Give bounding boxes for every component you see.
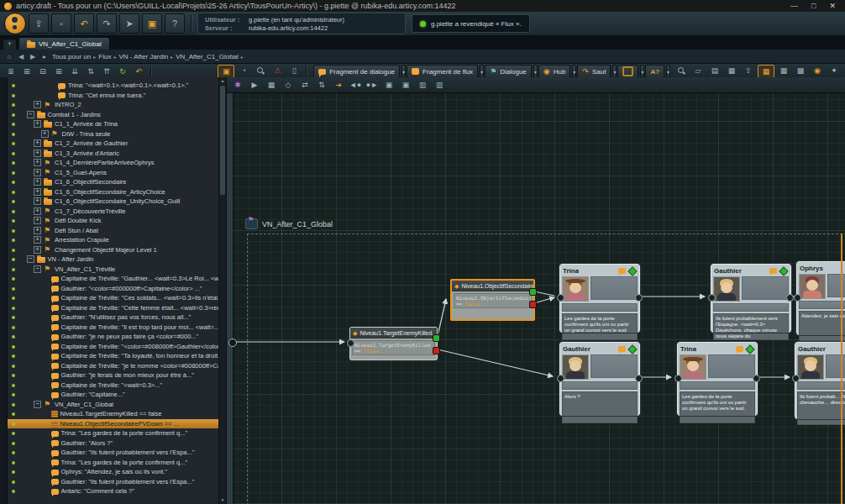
- tab-vn-after-c1-global[interactable]: VN_After_C1_Global: [18, 37, 110, 50]
- tree-item[interactable]: Capitaine de Tréville: "Cette femme étai…: [8, 303, 219, 313]
- sort-up-icon[interactable]: ⇈: [99, 66, 114, 77]
- dropdown-arrow-icon[interactable]: ▾: [480, 65, 484, 78]
- pin-in-icon[interactable]: ◄●: [348, 79, 363, 91]
- sort-down-icon[interactable]: ⇊: [67, 66, 82, 77]
- pointer-button[interactable]: ➤: [119, 13, 139, 34]
- tree-item[interactable]: Gauthier: "Ils fuient probablement vers …: [8, 477, 219, 487]
- expander-icon[interactable]: +: [41, 130, 49, 138]
- create-hub-button[interactable]: Hub: [538, 65, 571, 78]
- expander-icon[interactable]: −: [27, 111, 34, 118]
- magic-icon[interactable]: ✱: [230, 79, 245, 91]
- true-output-pin[interactable]: [529, 288, 537, 296]
- expander-icon[interactable]: +: [34, 159, 41, 166]
- false-output-pin[interactable]: [529, 301, 537, 308]
- history-icon[interactable]: ◔: [236, 65, 251, 76]
- expander-icon[interactable]: −: [34, 401, 41, 408]
- articy-logo-button[interactable]: [4, 13, 26, 34]
- tree-item[interactable]: Trina: "Les gardes de la porte confirmen…: [8, 428, 219, 438]
- tree-item[interactable]: + C1_2_Arrivée de Gauthier: [8, 139, 219, 149]
- help-button[interactable]: ?: [165, 13, 185, 34]
- expander-icon[interactable]: +: [34, 217, 41, 224]
- tree-item[interactable]: Capitaine de Tréville: "Ta loyauté, ton …: [8, 351, 219, 361]
- input-pin[interactable]: [557, 375, 564, 382]
- expander-icon[interactable]: +: [34, 207, 41, 215]
- input-pin[interactable]: [708, 294, 716, 302]
- create-dialogue-fragment-button[interactable]: Fragment de dialogue: [313, 65, 400, 78]
- tree-item[interactable]: Trina: "<wait=0.1>.<wait=0.1>.<wait=0.1>…: [8, 81, 219, 91]
- expander-icon[interactable]: +: [34, 120, 41, 128]
- dialogue-node-ophrys[interactable]: Ophrys Attendez, je sais où ils vont.: [796, 261, 845, 335]
- tree-item[interactable]: Capitaine de Tréville: "<color=#008000ff…: [8, 342, 219, 352]
- tree-item[interactable]: Gauthier: "Capitaine...": [8, 390, 219, 400]
- tree-item[interactable]: Gauthier: "<color=#000000ff>Capitaine</c…: [8, 284, 219, 294]
- tree-item[interactable]: Capitaine de Tréville: "Gauthier... <wai…: [8, 274, 219, 284]
- tree-item[interactable]: Trina: "Les gardes de la porte confirmen…: [8, 458, 219, 468]
- issues-icon[interactable]: ⚠: [270, 65, 285, 76]
- output-pin[interactable]: [753, 375, 760, 382]
- scroll-thumb[interactable]: [220, 86, 225, 195]
- tree-item[interactable]: Antaric: "Comment cela ?": [8, 486, 219, 496]
- input-pin[interactable]: [557, 294, 564, 302]
- expander-icon[interactable]: +: [34, 236, 41, 244]
- forward-icon[interactable]: ▶: [28, 53, 38, 60]
- annotation-button[interactable]: A?: [645, 65, 664, 78]
- expander-icon[interactable]: −: [34, 265, 41, 273]
- presentation-icon[interactable]: ▦: [264, 79, 279, 91]
- hierarchy-icon[interactable]: ⇄: [297, 79, 312, 91]
- create-jump-button[interactable]: Saut: [577, 65, 611, 78]
- tree-item[interactable]: + C1_6_ObjectifSecondaire: [8, 177, 219, 187]
- tree-item[interactable]: + C1_3_Arrivée d'Antaric: [8, 149, 219, 159]
- output-pin[interactable]: [635, 375, 643, 382]
- new-entry-icon[interactable]: ⊞: [51, 66, 66, 77]
- node3-icon[interactable]: ▥: [415, 79, 430, 91]
- true-output-pin[interactable]: [433, 334, 440, 342]
- home-icon[interactable]: ⌂: [4, 53, 14, 60]
- tree-item[interactable]: + C1_1_Arrivée de Trina: [8, 119, 219, 129]
- input-pin[interactable]: [792, 375, 800, 382]
- tree-item[interactable]: + C1_6_ObjectifSecondaire_ArticyChoice: [8, 187, 219, 197]
- expand-all-icon[interactable]: ⊞: [19, 66, 34, 77]
- condition-node-target-enemy-killed[interactable]: ◆ Niveau1.TargetEnemyKilled... ✦ Niveau1…: [349, 327, 438, 360]
- tree-item[interactable]: Gauthier: "N'utilisez pas vos forces, no…: [8, 312, 219, 323]
- dialogue-node-gauthier-3[interactable]: Gauthier Ils fuient probab… Nous chevauc…: [795, 342, 845, 419]
- back-icon[interactable]: ◀: [16, 53, 26, 60]
- expander-icon[interactable]: +: [34, 178, 41, 186]
- tree-scrollbar[interactable]: ▲ ▼: [218, 77, 226, 504]
- expander-icon[interactable]: +: [34, 169, 41, 176]
- tree-item[interactable]: Gauthier: "Ils fuient probablement vers …: [8, 448, 219, 458]
- tree-item[interactable]: + Défi Stun / Abat: [8, 226, 219, 236]
- node2-icon[interactable]: ▣: [398, 79, 413, 91]
- tree-item[interactable]: Capitaine de Tréville: "Il est trop tard…: [8, 323, 219, 333]
- new-tab-button[interactable]: +: [3, 39, 17, 50]
- tree-item[interactable]: + C1_6_ObjectifSecondaire_UnityChoice_Gu…: [8, 197, 219, 207]
- hierarchy2-icon[interactable]: ⇅: [314, 79, 329, 91]
- tree-item[interactable]: Gauthier: "Alors ?": [8, 438, 219, 449]
- tree-options-icon[interactable]: ≣: [3, 66, 18, 77]
- tree-item[interactable]: + C1_7_DécouverteTréville: [8, 207, 219, 217]
- search-plus-icon[interactable]: [674, 65, 689, 76]
- dropdown-arrow-icon[interactable]: ▾: [612, 65, 617, 78]
- output-pin[interactable]: [635, 294, 643, 302]
- export-button[interactable]: ▫: [51, 13, 71, 34]
- tree-item[interactable]: Gauthier: "je ferais de mon mieux pour ê…: [8, 370, 219, 381]
- tree-item[interactable]: − VN - After Jardin: [8, 255, 219, 265]
- selection-tool-icon[interactable]: ▣: [218, 65, 234, 78]
- tree-item[interactable]: Capitaine de Tréville: "<wait=0.3>...": [8, 381, 219, 391]
- node1-icon[interactable]: ▣: [381, 79, 396, 91]
- scroll-down-icon[interactable]: ▼: [219, 496, 226, 504]
- expander-icon[interactable]: +: [34, 197, 41, 205]
- breadcrumb-item[interactable]: Tous pour un: [52, 53, 91, 60]
- expander-icon[interactable]: +: [34, 188, 41, 196]
- undo-button[interactable]: ↶: [74, 13, 94, 34]
- dialogue-node-gauthier-1[interactable]: Gauthier Ils fuient probablement vers l'…: [711, 264, 791, 333]
- scroll-up-icon[interactable]: ▲: [219, 77, 226, 85]
- redo-button[interactable]: ↷: [97, 13, 117, 34]
- breadcrumb-item[interactable]: Flux: [98, 53, 111, 60]
- image-icon[interactable]: ▦: [724, 65, 739, 76]
- tree-item[interactable]: Capitaine de Tréville: "Ces soldats... <…: [8, 293, 219, 303]
- condition-node-objectif-secondaire[interactable]: ◆ Niveau1.ObjectifSecondaireP... ✦ Nivea…: [450, 279, 535, 321]
- dropdown-arrow-icon[interactable]: ▾: [666, 65, 670, 78]
- tree-item[interactable]: Niveau1.TargetEnemyKilled == false: [8, 409, 219, 419]
- tools-icon[interactable]: ✦: [827, 65, 842, 76]
- notification-banner[interactable]: g.piette a revendiqué « Flux ».: [412, 14, 530, 33]
